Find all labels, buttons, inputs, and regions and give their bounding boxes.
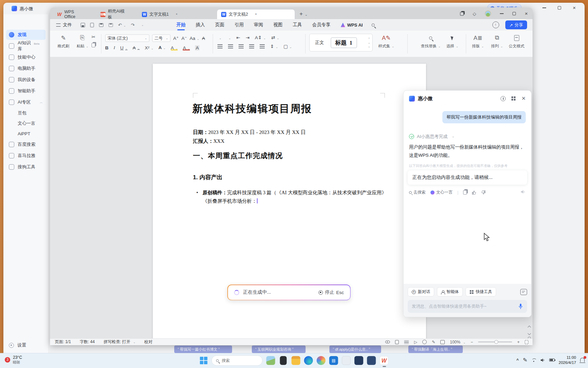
suggestion-chip[interactable]: “ 帮我写一篇小红书博文 ”	[174, 346, 232, 353]
sidebar-item[interactable]: 百度搜索	[6, 139, 46, 150]
ribbon-tab[interactable]: 插入	[196, 19, 205, 31]
new-tab-button[interactable]: +	[299, 11, 303, 17]
taskbar-search-box[interactable]	[212, 355, 263, 366]
redo-icon[interactable]: ↷	[131, 22, 135, 28]
more-quick-actions-chevron-icon[interactable]: ⌄	[142, 24, 144, 27]
stop-generating-button[interactable]: 停止 Esc	[318, 289, 344, 295]
ink-icon[interactable]: ✎	[432, 340, 435, 344]
line-spacing-icon[interactable]: ⇕⌄	[270, 44, 278, 49]
settings-button[interactable]: 设置	[6, 342, 29, 348]
wps-tab[interactable]: W 文字文稿2 •	[217, 10, 295, 19]
decrease-indent-icon[interactable]: ⇤	[236, 35, 240, 40]
user-avatar[interactable]	[485, 11, 491, 17]
pinned-app-icon[interactable]	[367, 356, 376, 365]
save-icon[interactable]	[81, 23, 85, 27]
wifi-icon[interactable]	[532, 358, 536, 362]
prev-page-button[interactable]	[528, 324, 530, 330]
wps-tab[interactable]: W 文字文稿1 •	[138, 10, 217, 19]
taskbar-weather-widget[interactable]: 3 23°C 晴朗	[5, 355, 22, 365]
app-close-button[interactable]: ×	[573, 6, 576, 10]
phone-link-icon[interactable]	[280, 356, 287, 365]
sidebar-sub-item[interactable]: AiPPT	[6, 129, 46, 138]
sidebar-item[interactable]: 发现	[6, 30, 46, 40]
agents-button[interactable]: 智能体	[437, 287, 463, 296]
style-set-button[interactable]: A✎ 样式集⌄	[378, 34, 394, 49]
copy-answer-icon[interactable]	[463, 190, 467, 195]
think-expand-chevron-icon[interactable]: ⌄	[452, 135, 454, 138]
proofread-button[interactable]: 校对	[144, 339, 152, 345]
wps-tab[interactable]: W 稻壳AI模板	[96, 10, 138, 19]
justify-icon[interactable]	[249, 44, 254, 48]
spellcheck-toggle[interactable]: 拼写检查: 打开 ⌄	[103, 339, 135, 345]
taskbar-clock[interactable]: 11:00 2026/4/17	[559, 355, 576, 365]
new-chat-button[interactable]: + 新对话	[408, 287, 434, 296]
photos-app-icon[interactable]	[317, 356, 326, 365]
tab-list-chevron-icon[interactable]: ⌄	[305, 13, 308, 16]
export-icon[interactable]	[90, 23, 94, 27]
sidebar-item[interactable]: AI知识库 Beta	[6, 41, 46, 51]
sidebar-item[interactable]: 喜马拉雅	[6, 151, 46, 161]
styles-down-icon[interactable]: ⌄	[368, 41, 370, 44]
arrange-button[interactable]: ⧉ 排列⌄	[491, 34, 503, 49]
paste-button[interactable]: ⎘ 粘贴⌄	[77, 34, 88, 49]
undo-icon[interactable]: ↶⌄	[118, 22, 126, 28]
pinned-app-icon[interactable]	[342, 356, 351, 365]
text-direction-icon[interactable]: ⇄⌄	[271, 35, 279, 40]
find-replace-button[interactable]: 查找替换⌄	[421, 34, 441, 49]
mic-icon[interactable]	[518, 303, 523, 309]
align-right-icon[interactable]	[239, 44, 244, 48]
voice-mode-icon[interactable]	[501, 96, 506, 101]
edge-browser-icon[interactable]	[304, 356, 313, 365]
apps-grid-icon[interactable]	[511, 96, 516, 101]
sidebar-item[interactable]: 电脑助手	[6, 63, 46, 74]
word-count[interactable]: 字数: 44	[80, 339, 95, 345]
tray-expand-icon[interactable]: ^	[516, 358, 519, 363]
highlight-color-icon[interactable]: A⌄	[171, 45, 178, 50]
zoom-in-button[interactable]: +	[517, 340, 520, 344]
styles-more-icon[interactable]: ⌄	[368, 45, 370, 48]
underline-button[interactable]: U⌄	[120, 45, 127, 50]
sidebar-item[interactable]: 技能中心	[6, 52, 46, 62]
style-normal[interactable]: 正文	[312, 40, 327, 46]
sidebar-item[interactable]: 我的设备	[6, 75, 46, 85]
official-mode-button[interactable]: 公文模式	[509, 34, 524, 49]
thumbs-down-icon[interactable]	[481, 190, 486, 195]
font-size-select[interactable]: 二号⌄	[152, 34, 170, 42]
ribbon-tab[interactable]: 引用	[234, 19, 244, 31]
copy-icon[interactable]	[92, 43, 95, 47]
taskbar-search-input[interactable]	[222, 358, 252, 363]
borders-icon[interactable]: ▢⌄	[283, 44, 292, 49]
windows-start-button[interactable]	[200, 356, 208, 365]
pen-tray-icon[interactable]: ✎	[523, 357, 527, 363]
ribbon-tab[interactable]: 会员专享	[312, 19, 330, 31]
increase-font-icon[interactable]: A⁺	[173, 35, 179, 41]
wps-app-icon[interactable]: W	[380, 356, 389, 365]
outline-view-icon[interactable]	[404, 340, 409, 344]
read-aloud-icon[interactable]	[521, 190, 526, 195]
model-selector[interactable]: 文心一言	[430, 189, 453, 195]
file-menu-button[interactable]: 文件	[56, 22, 72, 28]
chat-close-icon[interactable]: ✕	[521, 95, 526, 102]
read-mode-icon[interactable]	[385, 340, 390, 343]
zoom-slider-thumb[interactable]	[494, 340, 498, 344]
suggestion-chip[interactable]: “ 帮我翻译「海上生明.. ”	[408, 346, 463, 353]
format-painter-button[interactable]: ✎ 格式刷	[58, 34, 69, 49]
ribbon-tab[interactable]: 页面	[215, 19, 224, 31]
wps-tab[interactable]: W WPS Office	[53, 10, 96, 19]
style-heading1[interactable]: 标题 1	[331, 37, 357, 48]
clear-format-icon[interactable]: A	[202, 36, 205, 41]
wps-restore-button[interactable]	[512, 12, 516, 15]
align-left-icon[interactable]	[217, 44, 223, 48]
font-color-icon[interactable]: A⌄	[183, 45, 190, 50]
cut-icon[interactable]: ✂	[92, 34, 95, 40]
widgets-icon[interactable]	[266, 356, 275, 365]
wps-ai-tab[interactable]: WPS AI	[341, 22, 363, 28]
tabs-stack-icon[interactable]	[460, 12, 464, 16]
ribbon-tab[interactable]: 工具	[293, 19, 302, 31]
suggestion-chip[interactable]: “ 互联网职业规划咨询 ”	[252, 346, 306, 353]
app-restore-button[interactable]	[558, 6, 561, 10]
history-panel-icon[interactable]	[520, 289, 527, 295]
notification-bell-icon[interactable]	[580, 358, 585, 362]
char-shading-icon[interactable]: A	[195, 45, 199, 50]
align-center-icon[interactable]	[228, 44, 233, 48]
